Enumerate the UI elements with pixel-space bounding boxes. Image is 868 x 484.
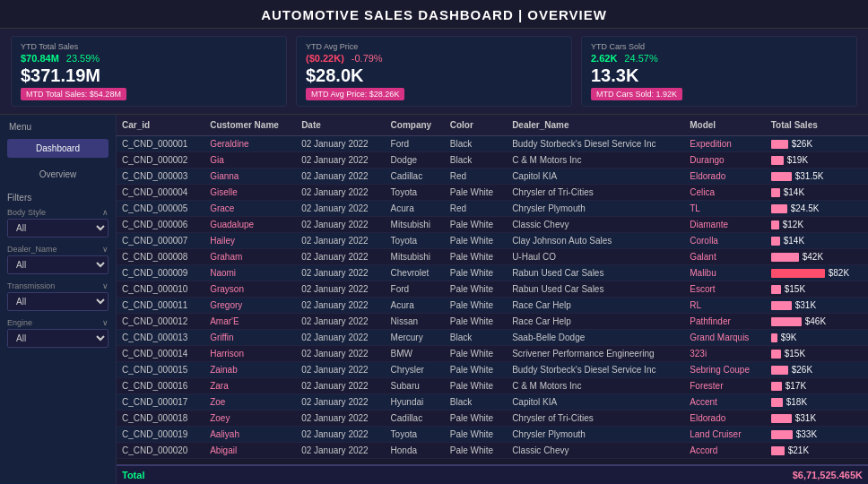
table-cell: Chrysler of Tri-Cities [507,185,684,201]
col-header-dealer-name: Dealer_Name [507,115,684,136]
footer-total-label: Total [122,470,144,480]
table-row: C_CND_000005Grace02 January 2022AcuraRed… [117,201,868,217]
table-cell: Zoey [204,411,296,427]
sales-table: Car_idCustomer NameDateCompanyColorDeale… [117,115,868,459]
table-cell: C_CND_000020 [117,443,204,459]
table-cell: Acura [386,298,445,314]
overview-button[interactable]: Overview [7,165,108,184]
table-cell: Nissan [386,314,445,330]
table-cell: BMW [386,346,445,362]
table-cell: Pale White [445,411,507,427]
kpi-label-0: YTD Total Sales [21,42,277,51]
engine-select[interactable]: All [7,329,108,348]
table-cell: C_CND_000002 [117,152,204,169]
table-cell: Cadillac [386,169,445,185]
table-cell: 02 January 2022 [296,136,385,152]
sales-bar-cell: $26K [766,362,868,378]
table-cell: Zainab [204,362,296,378]
table-cell: Capitol KIA [507,169,684,185]
table-cell: Aaliyah [204,427,296,443]
kpi-card-0: YTD Total Sales$70.84M23.59%$371.19MMTD … [11,36,287,107]
table-cell: C_CND_000003 [117,169,204,185]
sales-bar-cell: $9K [766,330,868,346]
kpi-delta-value-0: $70.84M [21,53,59,64]
body-style-select[interactable]: All [7,219,108,238]
col-header-company: Company [386,115,445,136]
table-cell: Subaru [386,378,445,394]
sidebar-menu-label: Menu [0,115,116,135]
sales-bar-cell: $15K [766,346,868,362]
table-cell: Chrysler of Tri-Cities [507,411,684,427]
body-style-label: Body Style [7,208,46,217]
col-header-car-id: Car_id [117,115,204,136]
table-cell: 02 January 2022 [296,281,385,298]
transmission-caret-icon: ∨ [102,281,108,290]
table-cell: Pale White [445,281,507,298]
table-cell: Chrysler [386,362,445,378]
kpi-delta-value-1: ($0.22K) [306,53,344,64]
table-cell: Accord [684,443,765,459]
table-row: C_CND_000020Abigail02 January 2022HondaP… [117,443,868,459]
table-cell: Pale White [445,249,507,265]
table-cell: Grayson [204,281,296,298]
table-cell: C_CND_000019 [117,427,204,443]
table-cell: Red [445,169,507,185]
table-cell: Toyota [386,185,445,201]
table-cell: Griffin [204,330,296,346]
table-cell: Pale White [445,314,507,330]
table-cell: Hailey [204,233,296,249]
table-cell: C_CND_000014 [117,346,204,362]
table-cell: Buddy Storbeck's Diesel Service Inc [507,136,684,152]
table-cell: Hyundai [386,394,445,411]
table-cell: 02 January 2022 [296,427,385,443]
table-row: C_CND_000013Griffin02 January 2022Mercur… [117,330,868,346]
table-cell: C_CND_000011 [117,298,204,314]
table-footer: Total $6,71,525.465K [117,464,868,484]
table-body: C_CND_000001Geraldine02 January 2022Ford… [117,136,868,459]
table-cell: Toyota [386,233,445,249]
table-cell: Pale White [445,217,507,233]
table-cell: Red [445,201,507,217]
table-cell: Pale White [445,233,507,249]
sales-bar-cell: $12K [766,217,868,233]
table-cell: C_CND_000017 [117,394,204,411]
kpi-pct-1: -0.79% [352,53,383,64]
table-cell: 02 January 2022 [296,152,385,169]
table-cell: U-Haul CO [507,249,684,265]
table-cell: Classic Chevy [507,443,684,459]
table-cell: Gianna [204,169,296,185]
table-cell: Chevrolet [386,265,445,281]
table-cell: Zara [204,378,296,394]
data-table-container[interactable]: Car_idCustomer NameDateCompanyColorDeale… [117,115,868,464]
table-cell: 02 January 2022 [296,201,385,217]
transmission-filter: Transmission ∨ All [7,281,108,311]
dashboard-button[interactable]: Dashboard [7,139,108,158]
table-cell: C_CND_000015 [117,362,204,378]
table-row: C_CND_000014Harrison02 January 2022BMWPa… [117,346,868,362]
table-row: C_CND_000006Guadalupe02 January 2022Mits… [117,217,868,233]
table-row: C_CND_000018Zoey02 January 2022CadillacP… [117,411,868,427]
table-cell: Chrysler Plymouth [507,201,684,217]
table-cell: Grand Marquis [684,330,765,346]
table-cell: Graham [204,249,296,265]
table-cell: Accent [684,394,765,411]
dealer-name-select[interactable]: All [7,255,108,274]
kpi-card-1: YTD Avg Price($0.22K)-0.79%$28.0KMTD Avg… [296,36,572,107]
table-cell: 02 January 2022 [296,378,385,394]
table-cell: Forester [684,378,765,394]
table-cell: 323i [684,346,765,362]
page-title: AUTOMOTIVE SALES DASHBOARD | OVERVIEW [0,7,868,22]
table-cell: 02 January 2022 [296,169,385,185]
table-cell: Black [445,136,507,152]
table-cell: Eldorado [684,411,765,427]
table-cell: Zoe [204,394,296,411]
sales-bar-cell: $14K [766,185,868,201]
table-cell: Race Car Help [507,298,684,314]
sales-bar-cell: $42K [766,249,868,265]
transmission-select[interactable]: All [7,292,108,311]
table-cell: Sebring Coupe [684,362,765,378]
body-style-filter: Body Style ∧ All [7,208,108,238]
table-row: C_CND_000003Gianna02 January 2022Cadilla… [117,169,868,185]
kpi-sub-value-1: MTD Avg Price: $28.26K [306,88,404,100]
table-cell: Diamante [684,217,765,233]
